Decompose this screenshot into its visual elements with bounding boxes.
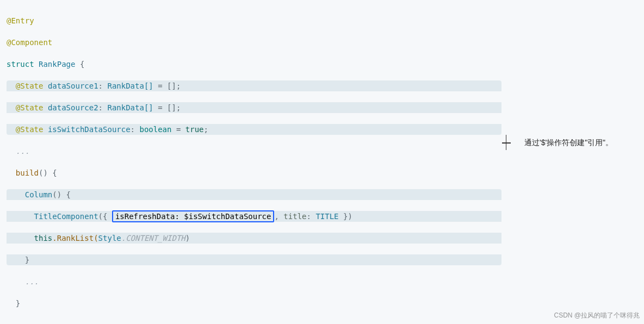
keyword-struct: struct [7, 60, 34, 68]
method-build: build [16, 169, 39, 177]
decorator: @Component [7, 38, 52, 47]
ellipsis: ... [16, 147, 29, 155]
connector-icon [506, 135, 522, 150]
code-editor[interactable]: @Entry @Component struct RankPage { @Sta… [0, 0, 506, 324]
watermark: CSDN @拉风的喵了个咪得兆 [554, 310, 640, 321]
ellipsis: ... [25, 277, 39, 286]
annotation-text: 通过'$'操作符创建"引用"。 [524, 137, 613, 148]
struct-name: RankPage [39, 60, 75, 68]
annotation: 通过'$'操作符创建"引用"。 [506, 135, 613, 150]
decorator: @Entry [7, 16, 34, 25]
decorator: @State [16, 103, 44, 112]
decorator: @State [16, 125, 44, 134]
highlighted-expression: isRefreshData: $isSwitchDataSource [112, 210, 275, 222]
decorator: @State [16, 82, 44, 90]
brace: { [80, 60, 84, 68]
